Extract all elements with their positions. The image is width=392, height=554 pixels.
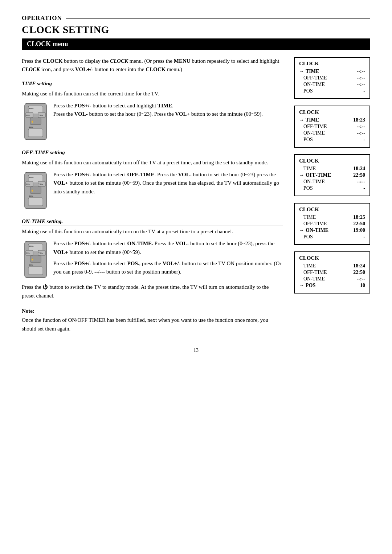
svg-text:🖐: 🖐: [31, 120, 34, 123]
remote-image-ontime: POS+ VOL- VOL+ 🖐 POS-: [22, 239, 49, 279]
clock-row-label-time-5: TIME: [303, 263, 353, 269]
svg-rect-32: [28, 267, 43, 275]
time-setting-section: TIME setting Making use of this function…: [22, 81, 283, 141]
arrow-icon-4: →: [299, 227, 304, 233]
svg-text:POS-: POS-: [29, 126, 33, 128]
clock-box-5-title: CLOCK: [299, 255, 365, 261]
clock-box-2-title: CLOCK: [299, 109, 365, 115]
clock-box-5: CLOCK TIME 18:24 OFF-TIME 22:50 ON-TIME …: [294, 251, 370, 294]
remote-image-time: POS+ VOL- VOL+ 🖐 POS-: [22, 102, 49, 141]
clock-box-3-row-time: TIME 18:24: [299, 166, 365, 172]
clock-row-label-offtime-1: OFF-TIME: [303, 75, 357, 81]
time-setting-header: TIME setting: [22, 81, 283, 88]
clock-box-4-title: CLOCK: [299, 206, 365, 213]
clock-row-value-ontime-3: --:--: [357, 179, 365, 185]
clock-row-value-offtime-5: 22:50: [353, 270, 365, 275]
clock-setting-title: CLOCK SETTING: [22, 24, 370, 36]
off-time-setting-header: OFF-TIME setting: [22, 149, 283, 157]
clock-row-value-time-5: 18:24: [353, 263, 365, 269]
clock-box-4: CLOCK TIME 18:25 OFF-TIME 22:50 → ON-TIM…: [294, 203, 370, 245]
clock-menu-bar: CLOCK menu: [22, 38, 370, 50]
clock-row-value-pos-5: 10: [360, 283, 365, 288]
clock-box-3-title: CLOCK: [299, 158, 365, 164]
svg-rect-10: [28, 129, 43, 137]
right-column: CLOCK → TIME --:-- OFF-TIME --:-- ON-TIM…: [294, 57, 370, 333]
clock-row-label-ontime-2: ON-TIME: [303, 130, 357, 136]
clock-box-5-row-time: TIME 18:24: [299, 263, 365, 269]
operation-label: OPERATION: [22, 15, 62, 22]
on-time-setting-section: ON-TIME setting. Making use of this func…: [22, 218, 283, 300]
svg-text:POS+: POS+: [29, 176, 34, 178]
off-time-setting-section: OFF-TIME setting Making use of this func…: [22, 149, 283, 210]
clock-row-value-ontime-2: --:--: [357, 130, 365, 136]
operation-heading: OPERATION: [22, 15, 370, 22]
clock-row-label-ontime-4: ON-TIME: [306, 227, 353, 233]
svg-text:VOL+: VOL+: [38, 114, 43, 116]
clock-box-1-row-offtime: OFF-TIME --:--: [299, 75, 365, 81]
main-layout: Press the CLOCK button to display the CL…: [22, 57, 370, 333]
svg-text:VOL+: VOL+: [38, 252, 43, 254]
clock-row-label-pos-2: POS: [303, 137, 363, 143]
clock-row-value-pos-1: -: [363, 88, 365, 94]
clock-row-value-pos-2: -: [363, 137, 365, 143]
clock-box-5-row-pos: → POS 10: [299, 283, 365, 288]
clock-row-value-offtime-2: --:--: [357, 124, 365, 130]
on-time-para-1: Press the POS+/- button to select ON-TIM…: [53, 239, 283, 257]
clock-row-label-offtime-2: OFF-TIME: [303, 124, 357, 130]
clock-box-4-row-pos: POS -: [299, 234, 365, 240]
clock-box-3-row-offtime: → OFF-TIME 22:50: [299, 172, 365, 178]
heading-line: [66, 18, 370, 19]
clock-row-label-pos-4: POS: [303, 234, 363, 240]
remote-image-offtime: POS+ VOL- VOL+ 🖐 POS-: [22, 171, 49, 210]
clock-row-label-ontime-1: ON-TIME: [303, 82, 357, 87]
svg-rect-21: [28, 198, 43, 206]
on-time-para-2: Press the POS+/- button to select POS., …: [53, 259, 283, 276]
clock-box-2-row-offtime: OFF-TIME --:--: [299, 124, 365, 130]
arrow-icon-2: →: [299, 117, 304, 123]
svg-text:POS-: POS-: [29, 195, 33, 197]
arrow-icon-5: →: [299, 283, 304, 288]
on-time-para: Making use of this function can automati…: [22, 227, 283, 236]
clock-row-value-ontime-5: --:--: [357, 276, 365, 282]
clock-box-2-row-pos: POS -: [299, 137, 365, 143]
clock-box-2-row-time: → TIME 18:23: [299, 117, 365, 123]
clock-box-5-row-offtime: OFF-TIME 22:50: [299, 270, 365, 275]
clock-row-value-time-4: 18:25: [353, 214, 365, 220]
clock-row-value-ontime-1: --:--: [357, 82, 365, 87]
arrow-icon-3: →: [299, 172, 304, 178]
clock-box-4-row-ontime: → ON-TIME 19:00: [299, 227, 365, 233]
clock-row-label-time-3: TIME: [303, 166, 353, 172]
on-time-inner: POS+ VOL- VOL+ 🖐 POS- Press the POS+/- b…: [22, 239, 283, 279]
note-section: Note: Once the function of ON/OFF TIMER …: [22, 308, 283, 333]
clock-box-1-row-ontime: ON-TIME --:--: [299, 82, 365, 87]
clock-box-1-title: CLOCK: [299, 61, 365, 67]
svg-text:POS+: POS+: [29, 245, 34, 247]
remote-svg-time: POS+ VOL- VOL+ 🖐 POS-: [23, 102, 48, 141]
page-number: 13: [22, 348, 370, 353]
clock-row-value-time-3: 18:24: [353, 166, 365, 172]
svg-text:VOL-: VOL-: [26, 252, 30, 254]
clock-row-label-time-2: TIME: [306, 117, 353, 123]
clock-row-label-offtime-4: OFF-TIME: [303, 221, 353, 227]
note-title: Note:: [22, 308, 283, 314]
note-text: Once the function of ON/OFF TIMER has be…: [22, 316, 283, 333]
on-time-text: Press the POS+/- button to select ON-TIM…: [53, 239, 283, 279]
on-time-para-3: Press the ⏻ button to switch the TV to s…: [22, 283, 283, 300]
clock-box-2: CLOCK → TIME 18:23 OFF-TIME --:-- ON-TIM…: [294, 106, 370, 148]
clock-row-value-offtime-3: 22:50: [353, 172, 365, 178]
clock-box-1: CLOCK → TIME --:-- OFF-TIME --:-- ON-TIM…: [294, 57, 370, 99]
on-time-setting-header: ON-TIME setting.: [22, 218, 283, 226]
clock-row-label-pos-3: POS: [303, 185, 363, 191]
clock-box-3-row-ontime: ON-TIME --:--: [299, 179, 365, 185]
clock-row-value-time-2: 18:23: [353, 117, 365, 123]
svg-text:VOL+: VOL+: [38, 183, 43, 185]
time-setting-text: Press the POS+/- button to select and hi…: [53, 102, 283, 119]
clock-row-label-time-1: TIME: [306, 69, 357, 74]
clock-box-1-row-time: → TIME --:--: [299, 69, 365, 74]
clock-row-label-offtime-3: OFF-TIME: [306, 172, 353, 178]
time-setting-inner: POS+ VOL- VOL+ 🖐 POS- Press the POS+/- b…: [22, 102, 283, 141]
clock-row-value-pos-3: -: [363, 185, 365, 191]
intro-paragraph: Press the CLOCK button to display the CL…: [22, 57, 283, 74]
off-time-inner: POS+ VOL- VOL+ 🖐 POS- Press the POS+/- b…: [22, 171, 283, 210]
svg-text:VOL-: VOL-: [26, 114, 30, 116]
